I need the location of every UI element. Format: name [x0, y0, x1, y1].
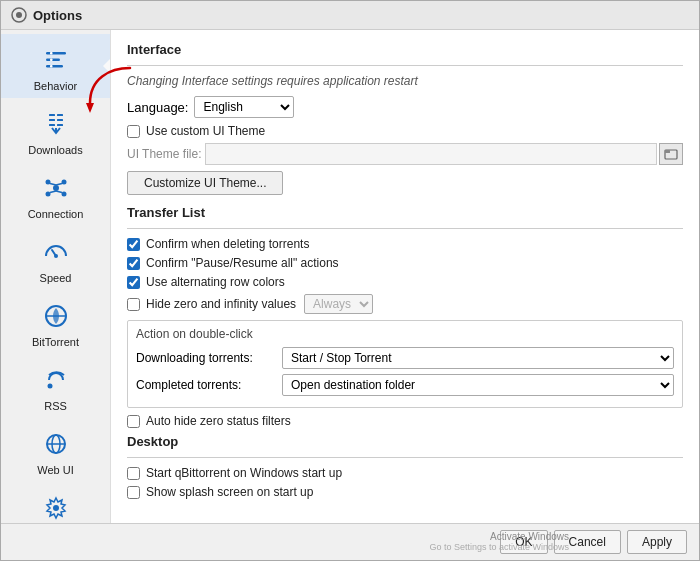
sidebar-item-rss[interactable]: RSS: [1, 354, 110, 418]
use-custom-theme-row: Use custom UI Theme: [127, 124, 683, 138]
confirm-delete-label: Confirm when deleting torrents: [146, 237, 309, 251]
svg-point-27: [47, 384, 52, 389]
restart-notice: Changing Interface settings requires app…: [127, 74, 683, 88]
svg-rect-11: [57, 119, 63, 121]
svg-rect-6: [50, 59, 53, 62]
desktop-divider: [127, 457, 683, 458]
apply-button[interactable]: Apply: [627, 530, 687, 554]
alternating-colors-label: Use alternating row colors: [146, 275, 285, 289]
hide-zero-row: Hide zero and infinity values Always: [127, 294, 683, 314]
desktop-section: Desktop Start qBittorrent on Windows sta…: [127, 434, 683, 499]
language-select[interactable]: English: [194, 96, 294, 118]
main-panel: Interface Changing Interface settings re…: [111, 30, 699, 523]
customize-theme-button[interactable]: Customize UI Theme...: [127, 171, 283, 195]
sidebar-connection-label: Connection: [28, 208, 84, 220]
auto-hide-label: Auto hide zero status filters: [146, 414, 291, 428]
svg-line-23: [56, 191, 62, 193]
sidebar-behavior-label: Behavior: [34, 80, 77, 92]
start-windows-checkbox[interactable]: [127, 467, 140, 480]
auto-hide-row: Auto hide zero status filters: [127, 414, 683, 428]
action-double-click-title: Action on double-click: [136, 327, 674, 341]
show-splash-checkbox[interactable]: [127, 486, 140, 499]
sidebar-item-bittorrent[interactable]: BitTorrent: [1, 290, 110, 354]
confirm-pause-checkbox[interactable]: [127, 257, 140, 270]
interface-section: Interface Changing Interface settings re…: [127, 42, 683, 195]
downloading-torrents-select[interactable]: Start / Stop Torrent: [282, 347, 674, 369]
webui-icon: [38, 426, 74, 462]
ui-theme-file-input[interactable]: [205, 143, 657, 165]
options-window: Options Behavior: [0, 0, 700, 561]
bittorrent-icon: [38, 298, 74, 334]
use-custom-theme-checkbox[interactable]: [127, 125, 140, 138]
ui-theme-browse-btn[interactable]: [659, 143, 683, 165]
activate-windows-sub-text: Go to Settings to activate Windows: [429, 542, 569, 552]
alternating-colors-checkbox[interactable]: [127, 276, 140, 289]
downloading-torrents-label: Downloading torrents:: [136, 351, 276, 365]
title-bar: Options: [1, 1, 699, 30]
transfer-list-divider: [127, 228, 683, 229]
show-splash-label: Show splash screen on start up: [146, 485, 313, 499]
sidebar-bittorrent-label: BitTorrent: [32, 336, 79, 348]
ui-theme-file-label: UI Theme file:: [127, 147, 201, 161]
activate-windows-text: Activate Windows: [429, 531, 569, 542]
bottom-bar: Activate Windows Go to Settings to activ…: [1, 523, 699, 560]
svg-rect-7: [50, 65, 53, 68]
start-windows-label: Start qBittorrent on Windows start up: [146, 466, 342, 480]
transfer-list-section: Transfer List Confirm when deleting torr…: [127, 205, 683, 428]
svg-rect-8: [49, 114, 55, 116]
sidebar-item-advanced[interactable]: Advanced: [1, 482, 110, 523]
sidebar-downloads-label: Downloads: [28, 144, 82, 156]
confirm-delete-checkbox[interactable]: [127, 238, 140, 251]
downloads-icon: [38, 106, 74, 142]
completed-torrents-label: Completed torrents:: [136, 378, 276, 392]
svg-rect-12: [49, 124, 55, 126]
speed-icon: [38, 234, 74, 270]
svg-rect-4: [46, 65, 63, 68]
activate-windows-notice: Activate Windows Go to Settings to activ…: [429, 531, 569, 552]
svg-line-22: [50, 191, 56, 193]
rss-icon: [38, 362, 74, 398]
svg-rect-9: [57, 114, 63, 116]
options-icon: [11, 7, 27, 23]
sidebar-webui-label: Web UI: [37, 464, 73, 476]
behavior-icon: [38, 42, 74, 78]
transfer-list-title: Transfer List: [127, 205, 683, 220]
hide-zero-checkbox[interactable]: [127, 298, 140, 311]
sidebar-rss-label: RSS: [44, 400, 67, 412]
sidebar: Behavior Downloads: [1, 30, 111, 523]
sidebar-item-connection[interactable]: Connection: [1, 162, 110, 226]
svg-rect-3: [46, 59, 60, 62]
sidebar-item-behavior[interactable]: Behavior: [1, 34, 110, 98]
interface-section-title: Interface: [127, 42, 683, 57]
completed-torrents-select[interactable]: Open destination folder: [282, 374, 674, 396]
start-windows-row: Start qBittorrent on Windows start up: [127, 466, 683, 480]
ui-theme-file-row: UI Theme file:: [127, 143, 683, 165]
svg-rect-34: [665, 150, 670, 153]
advanced-icon: [38, 490, 74, 523]
completed-torrents-row: Completed torrents: Open destination fol…: [136, 374, 674, 396]
svg-point-19: [61, 192, 66, 197]
window-title: Options: [33, 8, 82, 23]
interface-divider: [127, 65, 683, 66]
confirm-pause-row: Confirm "Pause/Resume all" actions: [127, 256, 683, 270]
downloading-torrents-row: Downloading torrents: Start / Stop Torre…: [136, 347, 674, 369]
svg-point-16: [45, 180, 50, 185]
action-double-click-box: Action on double-click Downloading torre…: [127, 320, 683, 408]
svg-rect-10: [49, 119, 55, 121]
svg-rect-2: [46, 52, 66, 55]
sidebar-item-webui[interactable]: Web UI: [1, 418, 110, 482]
language-label: Language:: [127, 100, 188, 115]
svg-rect-13: [57, 124, 63, 126]
sidebar-item-downloads[interactable]: Downloads: [1, 98, 110, 162]
always-select[interactable]: Always: [304, 294, 373, 314]
svg-point-15: [53, 185, 59, 191]
sidebar-item-speed[interactable]: Speed: [1, 226, 110, 290]
auto-hide-checkbox[interactable]: [127, 415, 140, 428]
confirm-pause-label: Confirm "Pause/Resume all" actions: [146, 256, 339, 270]
svg-point-18: [45, 192, 50, 197]
svg-point-24: [54, 254, 58, 258]
hide-zero-label: Hide zero and infinity values: [146, 297, 296, 311]
svg-line-21: [56, 184, 62, 186]
show-splash-row: Show splash screen on start up: [127, 485, 683, 499]
svg-point-1: [16, 12, 22, 18]
